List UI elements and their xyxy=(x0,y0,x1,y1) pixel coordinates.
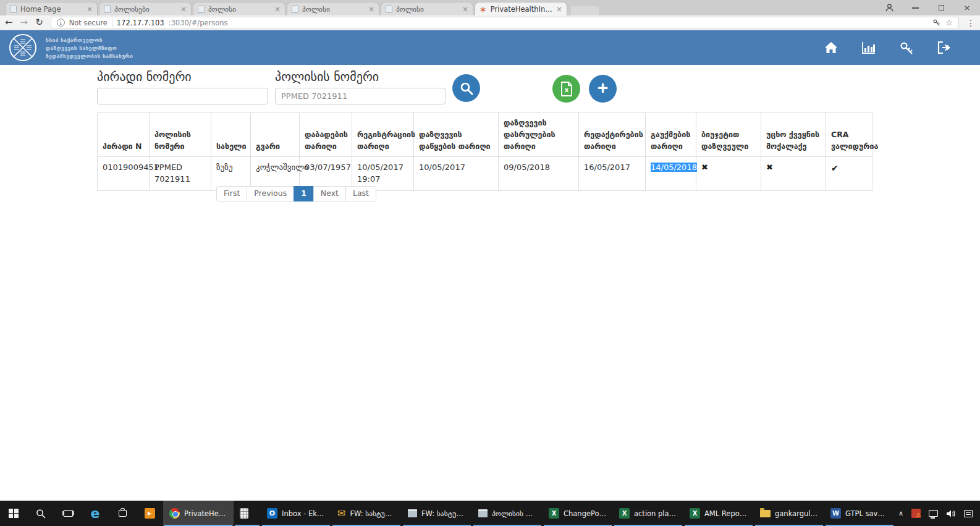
personal-number-input[interactable] xyxy=(97,88,268,104)
edge-button[interactable]: e xyxy=(82,501,109,526)
col-budget-insured: ბიუჯეტით დაზღვეული xyxy=(696,113,761,157)
network-icon[interactable] xyxy=(929,510,938,517)
tab-close-icon[interactable]: × xyxy=(462,6,468,13)
address-bar[interactable]: i Not secure 172.17.7.103 :3030/#/person… xyxy=(51,17,959,28)
system-tray: ∧ ⚠ ქარ 15:16 23.02.2018 xyxy=(895,501,980,526)
bookmark-star-icon[interactable]: ☆ xyxy=(945,19,953,27)
action-center-icon[interactable] xyxy=(964,510,973,517)
pagination-first-button[interactable]: First xyxy=(216,186,247,201)
table-row[interactable]: 01019009451 PPMED 7021911 ზუზუ კოჭლაშვილ… xyxy=(98,157,872,191)
tab-close-icon[interactable]: × xyxy=(556,6,562,13)
browser-menu-icon[interactable]: ⋮ xyxy=(966,19,975,27)
search-button[interactable] xyxy=(452,74,480,102)
policy-number-input[interactable] xyxy=(275,88,446,104)
taskbar-item-label: AML Report G... xyxy=(704,509,748,518)
forward-button[interactable]: → xyxy=(20,18,28,27)
excel-icon: X xyxy=(619,508,630,519)
tab-close-icon[interactable]: × xyxy=(87,6,93,13)
new-tab-button[interactable] xyxy=(571,6,599,15)
tab-polisebi[interactable]: პოლისები × xyxy=(99,2,192,15)
home-nav-button[interactable] xyxy=(824,40,838,55)
saved-password-key-icon[interactable] xyxy=(932,19,941,27)
speaker-icon[interactable] xyxy=(946,509,956,518)
logout-nav-button[interactable] xyxy=(937,40,952,55)
outlook-icon: O xyxy=(267,508,277,519)
col-first-name: სახელი xyxy=(211,113,251,157)
tab-home-page[interactable]: Home Page × xyxy=(5,2,98,15)
search-icon xyxy=(460,82,473,95)
taskbar-item-mail-fw1[interactable]: ✉ FW: სასტუმრ... xyxy=(331,501,402,526)
org-name-line2: დაზღვევის სახელმწიფო xyxy=(46,45,133,53)
excel-file-icon: x xyxy=(560,82,573,96)
windows-taskbar: e ▶ PrivateHealthI... O Inbox - Ekateri.… xyxy=(0,501,980,526)
antivirus-alert-icon[interactable]: ⚠ xyxy=(911,509,921,518)
browser-profile-button[interactable] xyxy=(876,0,902,15)
cancel-date-selected-text: 14/05/2018 xyxy=(651,163,697,172)
taskbar-item-chrome[interactable]: PrivateHealthI... xyxy=(163,501,234,526)
bar-chart-icon xyxy=(862,41,876,54)
org-name-line1: სსიპ საქართველოს xyxy=(46,36,133,45)
taskbar-item-outlook[interactable]: O Inbox - Ekateri... xyxy=(261,501,331,526)
col-insurance-start-date: დაზღვევის დაწყების თარიღი xyxy=(414,113,499,157)
taskbar-item-polisis[interactable]: პოლისის თა... xyxy=(472,501,543,526)
word-icon: W xyxy=(830,508,841,519)
info-icon[interactable]: i xyxy=(57,19,65,27)
tab-polisi-3[interactable]: პოლისი × xyxy=(381,2,473,15)
tab-close-icon[interactable]: × xyxy=(180,6,187,13)
tab-close-icon[interactable]: × xyxy=(368,6,374,13)
taskbar-item-folder-gankargulebebi[interactable]: gankargulebebi xyxy=(754,501,824,526)
restore-button[interactable] xyxy=(928,0,954,15)
url-host: 172.17.7.103 xyxy=(117,19,164,27)
cell-edit-date: 16/05/2017 xyxy=(579,157,646,191)
pagination-previous-button[interactable]: Previous xyxy=(247,186,294,201)
play-icon: ▶ xyxy=(148,511,151,516)
pagination-next-button[interactable]: Next xyxy=(313,186,346,201)
reload-button[interactable]: ↻ xyxy=(35,18,43,27)
tab-title: Home Page xyxy=(20,5,83,14)
plus-icon: + xyxy=(598,78,609,97)
tab-polisi-2[interactable]: პოლისი × xyxy=(287,2,379,15)
store-bag-icon xyxy=(119,510,127,517)
col-policy-number: პოლისის ნომერი xyxy=(150,113,211,157)
add-person-button[interactable]: + xyxy=(589,75,617,103)
edge-icon: e xyxy=(91,507,100,520)
key-icon xyxy=(900,41,914,54)
restore-icon xyxy=(939,5,944,11)
taskbar-item-word-gtpl[interactable]: W GTPL savaldeb... xyxy=(824,501,895,526)
reports-nav-button[interactable] xyxy=(861,40,876,55)
col-foreign-citizen: უცხო ქვეყნის მოქალაქე xyxy=(761,113,826,157)
admin-nav-button[interactable] xyxy=(899,40,914,55)
home-icon xyxy=(824,41,838,54)
taskbar-item-label: GTPL savaldeb... xyxy=(845,509,889,518)
tab-private-health-insurance-active[interactable]: ∗ PrivateHealthInsuranceP × xyxy=(475,2,567,15)
tray-chevron-up-icon[interactable]: ∧ xyxy=(898,509,903,517)
tab-polisi-1[interactable]: პოლისი × xyxy=(193,2,285,15)
app-header: სსიპ საქართველოს დაზღვევის სახელმწიფო ზე… xyxy=(0,30,980,65)
profile-person-icon xyxy=(885,3,894,12)
col-edit-date: რედაქტირების თარიღი xyxy=(579,113,646,157)
taskbar-search-button[interactable] xyxy=(27,501,54,526)
taskbar-item-mail-fw2[interactable]: FW: სასტუმრ... xyxy=(402,501,472,526)
tab-title: პოლისი xyxy=(208,5,271,14)
cell-foreign-citizen: ✖ xyxy=(761,157,826,191)
pagination-last-button[interactable]: Last xyxy=(345,186,376,201)
pagination-page-1-button[interactable]: 1 xyxy=(294,186,314,201)
taskbar-item-excel-aml[interactable]: X AML Report G... xyxy=(683,501,754,526)
taskbar-item-calculator[interactable] xyxy=(234,501,261,526)
start-button[interactable] xyxy=(0,501,27,526)
movies-tv-button[interactable]: ▶ xyxy=(136,501,163,526)
task-view-button[interactable] xyxy=(54,501,82,526)
search-icon xyxy=(36,509,46,519)
insurance-service-logo-icon xyxy=(9,33,37,62)
asterisk-favicon-icon: ∗ xyxy=(479,5,487,14)
export-excel-button[interactable]: x xyxy=(552,75,580,103)
back-button[interactable]: ← xyxy=(5,18,13,27)
taskbar-item-excel-actionplan[interactable]: X action plan [R... xyxy=(613,501,683,526)
header-nav xyxy=(824,30,952,65)
close-window-button[interactable]: × xyxy=(954,0,980,15)
store-button[interactable] xyxy=(109,501,136,526)
tab-close-icon[interactable]: × xyxy=(274,6,281,13)
taskbar-item-excel-changepolicy[interactable]: X ChangePolicyF... xyxy=(543,501,613,526)
minimize-button[interactable] xyxy=(902,0,928,15)
table-header-row: პირადი N პოლისის ნომერი სახელი გვარი დაბ… xyxy=(98,113,872,157)
